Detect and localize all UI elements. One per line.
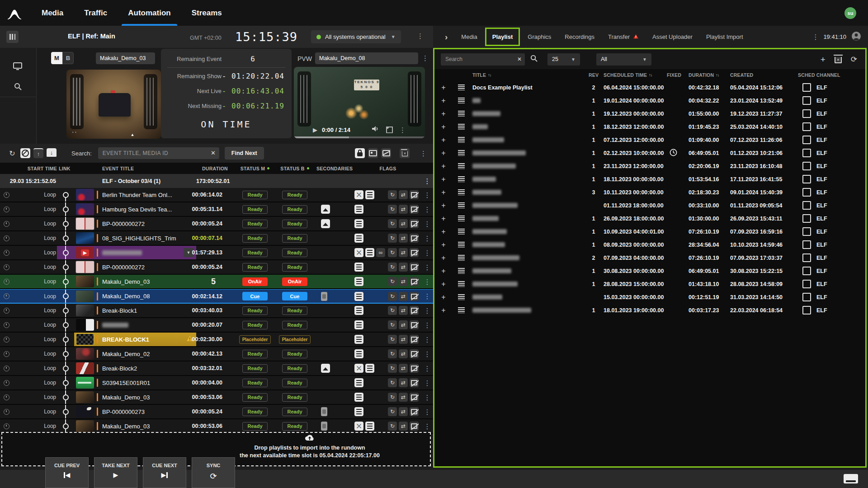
add-to-rundown-icon[interactable]: + (434, 241, 453, 249)
graphics-disabled-icon[interactable] (410, 234, 419, 243)
add-to-rundown-icon[interactable]: + (434, 306, 453, 314)
row-kebab-menu[interactable]: ⋮ (421, 304, 433, 317)
channel-checkbox[interactable] (802, 149, 811, 157)
row-kebab-menu[interactable]: ⋮ (421, 361, 433, 375)
nav-tab-traffic[interactable]: Traffic (84, 0, 107, 26)
layout-grid-icon[interactable] (6, 31, 19, 43)
repeat-icon[interactable]: ↻ (388, 219, 397, 228)
secondary-list-icon[interactable] (365, 422, 374, 431)
delete-icon[interactable]: ✕ (400, 148, 410, 158)
rundown-row[interactable]: Loop▼01:57:29.13ReadyReady⤫∞↻⇄⋮ (0, 246, 433, 260)
graphics-disabled-icon[interactable] (410, 277, 419, 286)
split-icon[interactable]: ⇄ (399, 234, 408, 243)
secondary-list-icon[interactable] (354, 407, 363, 416)
secondary-list-icon[interactable] (354, 205, 363, 214)
row-kebab-menu[interactable]: ⋮ (421, 347, 433, 361)
panel-tab-graphics[interactable]: Graphics (528, 33, 551, 40)
rundown-row[interactable]: LoopBreak-Block100:03:40.03ReadyReady↻⇄⋮ (0, 304, 433, 318)
repeat-icon[interactable]: ↻ (388, 306, 397, 315)
channel-checkbox[interactable] (802, 214, 811, 223)
playlist-row[interactable]: +15.03.2023 00:00:00.0000:12:51.1931.03.… (434, 291, 865, 304)
split-icon[interactable]: ⇄ (399, 335, 408, 344)
rundown-row[interactable]: LoopBREAK-BLOCK100:02:30.00PlaceholderPl… (0, 333, 433, 347)
graphics-disabled-icon[interactable] (410, 263, 419, 272)
playlist-row[interactable]: +123.11.2023 12:00:00.0002:20:06.1923.11… (434, 160, 865, 173)
row-kebab-menu[interactable]: ⋮ (421, 419, 433, 433)
shuffle-icon[interactable]: ⤫ (354, 364, 363, 373)
playlist-row[interactable]: +118.12.2023 12:00:00.0001:19:45.2325.03… (434, 120, 865, 133)
rundown-row[interactable]: LoopMakalu_Demo_0800:02:14.12CueCue↻⇄⋮ (0, 289, 433, 304)
channel-checkbox[interactable] (802, 188, 811, 197)
header-kebab-menu[interactable]: ⋮ (417, 33, 424, 39)
rundown-row[interactable]: LoopBreak-Block200:03:32.01ReadyReady⤫↻⇄… (0, 361, 433, 376)
row-kebab-menu[interactable]: ⋮ (421, 275, 433, 288)
secondary-list-icon[interactable] (365, 248, 374, 257)
refresh-icon[interactable]: ↻ (7, 148, 17, 158)
repeat-icon[interactable]: ↻ (388, 263, 397, 272)
add-to-rundown-icon[interactable]: + (434, 123, 453, 131)
secondary-list-icon[interactable] (354, 306, 363, 315)
pgm-m-button[interactable]: M (51, 52, 62, 64)
jump-to-bottom-icon[interactable]: ↓ (47, 148, 57, 158)
row-kebab-menu[interactable]: ⋮ (421, 405, 433, 418)
transport-cue-next-button[interactable]: CUE NEXT▶ (143, 457, 186, 488)
repeat-icon[interactable]: ↻ (388, 422, 397, 431)
channel-checkbox[interactable] (802, 306, 811, 314)
rundown-row[interactable]: LoopBerlin Thunder Team Onl...00:06:14.0… (0, 188, 433, 202)
panel-tab-asset-uploader[interactable]: Asset Uploader (652, 33, 693, 40)
row-kebab-menu[interactable]: ⋮ (421, 390, 433, 404)
row-kebab-menu[interactable]: ⋮ (421, 260, 433, 274)
playlist-row[interactable]: +110.09.2023 04:00:01.0007:26:10.1907.09… (434, 225, 865, 238)
transport-sync-button[interactable]: SYNC⟳ (192, 457, 235, 488)
repeat-icon[interactable]: ↻ (388, 234, 397, 243)
split-icon[interactable]: ⇄ (399, 263, 408, 272)
panel-tab-media[interactable]: Media (461, 33, 477, 40)
no-selection-icon[interactable] (381, 148, 391, 158)
row-kebab-menu[interactable]: ⋮ (421, 202, 433, 216)
nav-tab-media[interactable]: Media (42, 0, 63, 26)
rundown-row[interactable]: LoopMakalu_Demo_0300:00:53.06ReadyReady↻… (0, 390, 433, 405)
add-to-rundown-icon[interactable]: + (434, 267, 453, 275)
row-kebab-menu[interactable]: ⋮ (421, 188, 433, 202)
system-status-dropdown[interactable]: All systems operational ▼ (311, 30, 401, 43)
timer-off-icon[interactable] (20, 148, 30, 158)
channel-checkbox[interactable] (802, 136, 811, 144)
keyboard-icon[interactable] (844, 474, 858, 483)
row-kebab-menu[interactable]: ⋮ (421, 333, 433, 346)
playlist-row[interactable]: +207.09.2023 04:00:00.0007:26:10.1907.09… (434, 251, 865, 264)
volume-icon[interactable] (372, 126, 379, 134)
user-avatar[interactable]: su (844, 7, 856, 19)
rundown-row[interactable]: LoopBP-000000027200:00:05.24ReadyReady↻⇄… (0, 260, 433, 275)
playlist-row[interactable]: +108.09.2023 00:00:00.0028:34:56.0410.10… (434, 238, 865, 251)
pgm-source-input[interactable] (96, 52, 155, 64)
rundown-row[interactable]: LoopBP-000000027200:00:05.24ReadyReady↻⇄… (0, 217, 433, 231)
playlist-row[interactable]: +118.11.2023 00:00:00.0001:53:54.1617.11… (434, 173, 865, 186)
add-playlist-icon[interactable]: + (821, 55, 826, 64)
split-icon[interactable]: ⇄ (399, 422, 408, 431)
graphics-disabled-icon[interactable] (410, 422, 419, 431)
rundown-row[interactable]: Loop08_SIG_HIGHLIGHTS_Trim00:00:07.14Rea… (0, 231, 433, 246)
split-icon[interactable]: ⇄ (399, 364, 408, 373)
secondary-event-icon[interactable] (321, 422, 327, 431)
graphics-disabled-icon[interactable] (410, 190, 419, 199)
rundown-group-row[interactable]: 29.03 15:21:52.05 ELF - October 03/4 (1)… (0, 174, 433, 189)
playlist-row[interactable]: +118.01.2023 19:00:00.0000:03:17.2322.03… (434, 304, 865, 317)
clear-search-icon[interactable]: ✕ (517, 56, 522, 62)
playlist-row[interactable]: +130.08.2023 00:00:00.0006:49:05.0130.08… (434, 264, 865, 277)
secondary-list-icon[interactable] (354, 335, 363, 344)
row-kebab-menu[interactable]: ⋮ (421, 231, 433, 245)
nav-tab-automation[interactable]: Automation (128, 0, 170, 26)
channel-checkbox[interactable] (802, 280, 811, 288)
add-to-rundown-icon[interactable]: + (434, 280, 453, 288)
add-to-rundown-icon[interactable]: + (434, 97, 453, 105)
graphics-disabled-icon[interactable] (410, 320, 419, 329)
secondary-graphic-icon[interactable] (321, 205, 330, 214)
lock-icon[interactable] (355, 148, 365, 158)
play-icon[interactable]: ▶ (313, 127, 317, 133)
row-kebab-menu[interactable]: ⋮ (421, 376, 433, 389)
add-to-rundown-icon[interactable]: + (434, 136, 453, 144)
rundown-search-input[interactable] (98, 147, 219, 159)
rundown-row[interactable]: LoopBP-000000027300:00:05.24ReadyReady↻⇄… (0, 405, 433, 419)
sort-icon[interactable]: ↑↓ (488, 73, 491, 77)
channel-checkbox[interactable] (802, 253, 811, 262)
